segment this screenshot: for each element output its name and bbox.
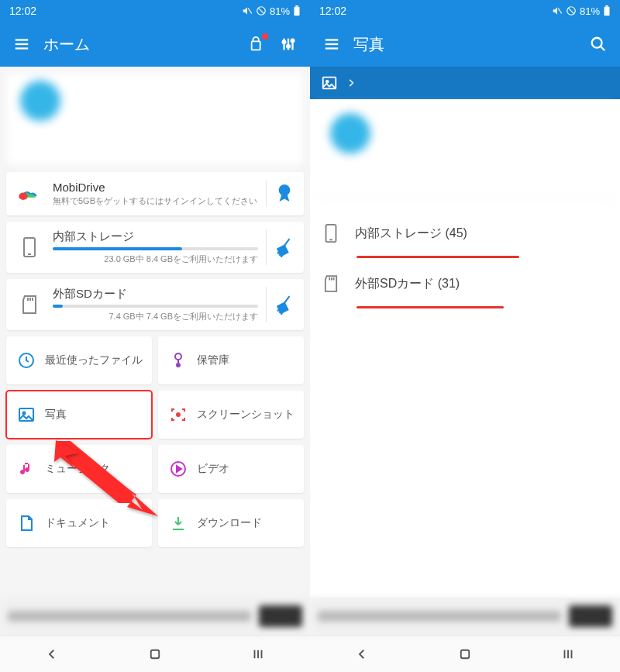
- mobidrive-title: MobiDrive: [53, 181, 258, 194]
- sliders-icon: [280, 36, 297, 53]
- cat-label: 保管庫: [197, 353, 229, 367]
- search-button[interactable]: [583, 29, 614, 60]
- internal-storage-card[interactable]: 内部ストレージ 23.0 GB中 8.4 GBをご利用いただけます: [6, 222, 304, 273]
- svg-rect-8: [252, 41, 260, 50]
- internal-title: 内部ストレージ: [53, 229, 258, 244]
- search-icon: [590, 36, 607, 53]
- external-text: 外部SDカード 7.4 GB中 7.4 GBをご利用いただけます: [53, 287, 267, 322]
- cat-label: スクリーンショット: [197, 408, 294, 422]
- mobidrive-icon: [16, 180, 43, 208]
- menu-button[interactable]: [6, 29, 37, 60]
- mute-icon: [552, 5, 563, 16]
- award-icon: [267, 183, 294, 205]
- phone-icon: [16, 233, 43, 261]
- ad-banner[interactable]: [0, 598, 310, 635]
- battery-pct: 81%: [580, 5, 600, 17]
- clock: 12:02: [319, 5, 346, 17]
- doc-icon: [16, 512, 37, 534]
- status-icons: 81%: [552, 5, 611, 17]
- svg-rect-4: [295, 5, 298, 7]
- row-internal[interactable]: 内部ストレージ (45): [310, 211, 620, 256]
- clean-button-2[interactable]: [267, 295, 294, 315]
- promo-banner[interactable]: [316, 105, 614, 198]
- row-label: 内部ストレージ (45): [355, 226, 467, 242]
- row-external[interactable]: 外部SDカード (31): [310, 261, 620, 306]
- notification-dot: [262, 33, 268, 40]
- svg-line-26: [284, 296, 290, 303]
- mobidrive-card[interactable]: MobiDrive 無料で5GBをゲットするにはサインインしてください: [6, 172, 304, 215]
- svg-rect-47: [605, 5, 608, 7]
- external-title: 外部SDカード: [53, 287, 258, 302]
- cat-label: ドキュメント: [45, 516, 110, 530]
- nav-back[interactable]: [29, 639, 75, 670]
- svg-rect-3: [294, 7, 300, 16]
- battery-icon: [293, 5, 301, 16]
- mobidrive-text: MobiDrive 無料で5GBをゲットするにはサインインしてください: [53, 181, 267, 206]
- battery-icon: [603, 5, 611, 16]
- category-download[interactable]: ダウンロード: [158, 499, 304, 547]
- category-recent[interactable]: 最近使ったファイル: [6, 336, 152, 384]
- nav-home[interactable]: [442, 639, 488, 670]
- block-icon: [256, 5, 267, 16]
- svg-point-51: [592, 38, 602, 48]
- status-bar: 12:02 81%: [310, 0, 620, 22]
- category-screenshot[interactable]: スクリーンショット: [158, 391, 304, 439]
- external-detail: 7.4 GB中 7.4 GBをご利用いただけます: [53, 311, 258, 322]
- nav-bar: [310, 635, 620, 672]
- nav-bar: [0, 635, 310, 672]
- svg-point-35: [177, 413, 180, 416]
- lock-icon: [167, 350, 189, 371]
- underline-annotation: [356, 256, 519, 258]
- ad-banner[interactable]: [310, 598, 620, 635]
- svg-point-16: [279, 184, 291, 196]
- svg-point-13: [287, 45, 290, 48]
- clean-button[interactable]: [267, 237, 294, 257]
- nav-back[interactable]: [339, 639, 385, 670]
- svg-line-52: [601, 47, 605, 51]
- svg-point-54: [326, 81, 329, 83]
- category-grid: 最近使ったファイル 保管庫 写真 スクリーンショット ミュージック ビデオ: [6, 336, 304, 547]
- category-vault[interactable]: 保管庫: [158, 336, 304, 384]
- capture-icon: [167, 404, 189, 426]
- breadcrumb[interactable]: [310, 67, 620, 99]
- shop-button[interactable]: [242, 29, 273, 60]
- promo-banner[interactable]: [6, 73, 304, 166]
- cat-label: ビデオ: [197, 462, 229, 476]
- svg-rect-60: [461, 650, 470, 658]
- mobidrive-subtitle: 無料で5GBをゲットするにはサインインしてください: [53, 195, 258, 206]
- sd-icon: [16, 291, 43, 319]
- app-bar: 写真: [310, 22, 620, 67]
- menu-button[interactable]: [316, 29, 347, 60]
- svg-line-0: [248, 9, 252, 14]
- svg-rect-38: [151, 650, 160, 658]
- broom-icon: [274, 237, 294, 257]
- category-photos[interactable]: 写真: [6, 391, 152, 439]
- battery-pct: 81%: [270, 5, 290, 17]
- play-icon: [167, 458, 189, 480]
- app-bar: ホーム: [0, 22, 310, 67]
- svg-point-12: [283, 40, 286, 43]
- broom-icon: [274, 295, 294, 315]
- underline-annotation: [356, 306, 504, 308]
- nav-recent[interactable]: [235, 639, 281, 670]
- svg-rect-46: [604, 7, 610, 16]
- category-video[interactable]: ビデオ: [158, 445, 304, 493]
- phone-icon: [321, 223, 341, 243]
- nav-home[interactable]: [132, 639, 178, 670]
- hamburger-icon: [13, 36, 30, 53]
- right-screen: 12:02 81% 写真: [310, 0, 620, 672]
- settings-button[interactable]: [273, 29, 304, 60]
- clock-icon: [16, 350, 37, 371]
- nav-recent[interactable]: [545, 639, 591, 670]
- category-document[interactable]: ドキュメント: [6, 499, 152, 547]
- category-music[interactable]: ミュージック: [6, 445, 152, 493]
- block-icon: [566, 5, 577, 16]
- chevron-right-icon: [346, 78, 356, 88]
- image-icon: [321, 74, 338, 91]
- mute-icon: [242, 5, 253, 16]
- cat-label: ミュージック: [45, 462, 110, 476]
- home-body: MobiDrive 無料で5GBをゲットするにはサインインしてください 内部スト…: [0, 67, 310, 598]
- cat-label: 最近使ったファイル: [45, 353, 143, 367]
- status-bar: 12:02 81%: [0, 0, 310, 22]
- external-storage-card[interactable]: 外部SDカード 7.4 GB中 7.4 GBをご利用いただけます: [6, 279, 304, 330]
